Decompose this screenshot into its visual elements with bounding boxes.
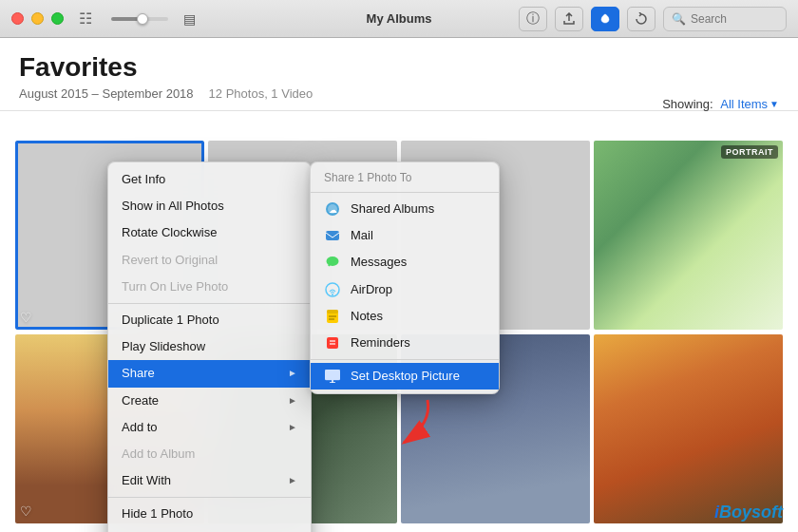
menu-label-slideshow: Play Slideshow (122, 338, 205, 355)
share-button[interactable] (555, 7, 583, 31)
chevron-down-icon: ▼ (770, 99, 779, 109)
favorites-button[interactable] (591, 7, 619, 31)
notes-icon (324, 308, 341, 325)
menu-label-rotate: Rotate Clockwise (122, 224, 217, 241)
mail-icon (324, 227, 341, 244)
submenu-item-shared-albums[interactable]: ☁ Shared Albums (311, 196, 499, 222)
submenu-item-mail[interactable]: Mail (311, 222, 499, 249)
traffic-lights: ☷ ▤ (11, 10, 196, 28)
menu-item-revert: Revert to Original (108, 247, 311, 274)
submenu-item-notes[interactable]: Notes (311, 303, 499, 330)
showing-control[interactable]: Showing: All Items ▼ (662, 97, 779, 111)
reminders-icon (324, 334, 341, 352)
menu-label-add-to: Add to (122, 419, 158, 436)
photo-cell-8[interactable] (594, 334, 783, 523)
menu-label-hide: Hide 1 Photo (122, 505, 193, 522)
create-submenu-arrow: ► (288, 394, 297, 408)
submenu-label-mail: Mail (351, 227, 373, 244)
menu-item-hide[interactable]: Hide 1 Photo (108, 501, 311, 527)
menu-label-share: Share (122, 365, 155, 382)
svg-rect-3 (326, 231, 339, 240)
search-box[interactable]: 🔍 (663, 7, 787, 31)
main-content: Favorites August 2015 – September 2018 1… (0, 38, 798, 532)
menu-label-revert: Revert to Original (122, 252, 218, 269)
menu-item-rotate[interactable]: Rotate Clockwise (108, 219, 311, 246)
shared-albums-icon: ☁ (324, 200, 341, 218)
close-button[interactable] (11, 12, 24, 25)
menu-item-live-photo: Turn On Live Photo (108, 274, 311, 300)
submenu-label-notes: Notes (351, 308, 383, 325)
menu-label-add-to-album: Add to Album (122, 446, 195, 463)
photo-count: 12 Photos, 1 Video (209, 86, 314, 101)
menu-item-delete[interactable]: Delete 1 Photo (108, 527, 311, 532)
menu-item-add-to[interactable]: Add to ► (108, 414, 311, 441)
menu-separator-2 (108, 497, 311, 498)
menu-label-duplicate: Duplicate 1 Photo (122, 312, 219, 329)
menu-label-edit-with: Edit With (122, 472, 171, 489)
showing-label: Showing: (662, 97, 712, 111)
menu-label-show-all-photos: Show in All Photos (122, 198, 224, 215)
titlebar: ☷ ▤ My Albums ⓘ 🔍 (0, 0, 798, 38)
menu-label-live-photo: Turn On Live Photo (122, 278, 228, 295)
menu-label-create: Create (122, 392, 159, 409)
heart-icon-1: ♡ (20, 310, 32, 325)
menu-item-show-all-photos[interactable]: Show in All Photos (108, 193, 311, 219)
context-menu: Get Info Show in All Photos Rotate Clock… (107, 162, 312, 532)
grid-view-icon[interactable]: ▤ (183, 11, 196, 27)
addto-submenu-arrow: ► (288, 421, 297, 434)
zoom-slider[interactable] (111, 17, 168, 21)
menu-item-duplicate[interactable]: Duplicate 1 Photo (108, 307, 311, 333)
svg-point-4 (327, 256, 339, 266)
submenu-header: Share 1 Photo To (311, 166, 499, 189)
submenu-item-messages[interactable]: Messages (311, 249, 499, 276)
photo-cell-4[interactable]: PORTRAIT (594, 141, 783, 330)
window-title: My Albums (367, 11, 432, 26)
menu-item-add-to-album: Add to Album (108, 441, 311, 467)
airdrop-icon (324, 281, 341, 298)
share-submenu-arrow: ► (288, 367, 297, 380)
submenu-sep-1 (311, 192, 499, 193)
menu-item-get-info[interactable]: Get Info (108, 166, 311, 193)
search-icon: 🔍 (672, 12, 686, 26)
menu-separator-1 (108, 303, 311, 304)
submenu-item-reminders[interactable]: Reminders (311, 330, 499, 356)
svg-text:☁: ☁ (329, 205, 337, 215)
photo-image-4 (594, 141, 783, 330)
toolbar-controls: ⓘ 🔍 (519, 7, 787, 31)
editwith-submenu-arrow: ► (288, 474, 297, 487)
menu-item-slideshow[interactable]: Play Slideshow (108, 333, 311, 360)
submenu-item-set-desktop[interactable]: Set Desktop Picture (311, 363, 499, 390)
maximize-button[interactable] (51, 12, 64, 25)
menu-label-get-info: Get Info (122, 171, 165, 188)
submenu-label-set-desktop: Set Desktop Picture (351, 368, 460, 385)
search-input[interactable] (691, 12, 778, 26)
svg-rect-15 (325, 370, 340, 380)
page-title: Favorites (19, 53, 779, 83)
submenu-sep-2 (311, 359, 499, 360)
menu-item-create[interactable]: Create ► (108, 388, 311, 414)
portrait-badge: PORTRAIT (721, 145, 778, 159)
sidebar-toggle-icon[interactable]: ☷ (79, 10, 92, 28)
showing-value: All Items (720, 97, 768, 111)
submenu-label-reminders: Reminders (351, 334, 410, 352)
submenu-label-shared-albums: Shared Albums (351, 200, 434, 218)
menu-item-share[interactable]: Share ► (108, 360, 311, 387)
photo-image-8 (594, 334, 783, 523)
heart-icon-5: ♡ (20, 504, 32, 519)
share-submenu: Share 1 Photo To ☁ Shared Albums Mail (310, 162, 500, 394)
watermark-suffix: Boysoft (719, 503, 783, 522)
menu-item-edit-with[interactable]: Edit With ► (108, 467, 311, 494)
watermark: iBoysoft (714, 503, 783, 522)
svg-rect-11 (327, 337, 338, 349)
messages-icon (324, 254, 341, 271)
minimize-button[interactable] (31, 12, 44, 25)
svg-rect-8 (327, 310, 338, 314)
date-range: August 2015 – September 2018 (19, 86, 194, 101)
rotate-button[interactable] (627, 7, 656, 31)
submenu-label-messages: Messages (351, 254, 407, 271)
submenu-item-airdrop[interactable]: AirDrop (311, 276, 499, 303)
svg-point-6 (332, 294, 333, 295)
info-button[interactable]: ⓘ (519, 7, 547, 31)
desktop-icon (324, 368, 341, 385)
submenu-label-airdrop: AirDrop (351, 281, 392, 298)
